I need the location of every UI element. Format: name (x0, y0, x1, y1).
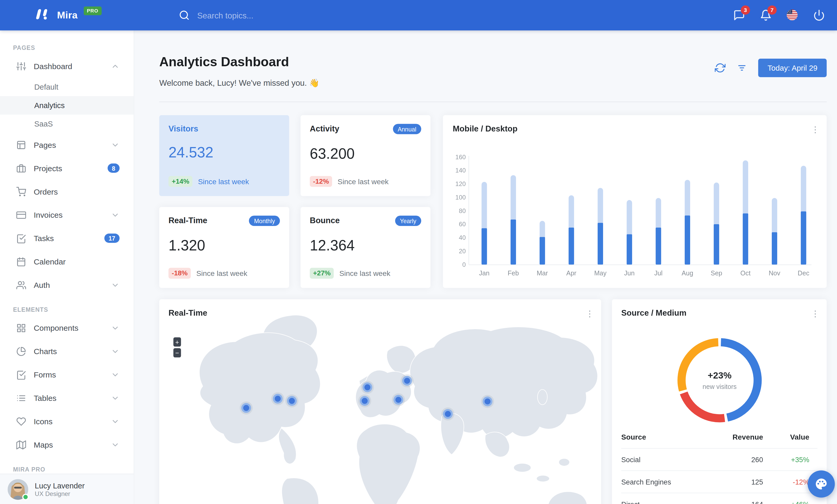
language-button[interactable] (787, 10, 799, 21)
svg-text:Aug: Aug (681, 269, 693, 277)
source-table-row-direct: Direct164+46% (621, 492, 818, 504)
sidebar-item-dashboard[interactable]: Dashboard (0, 54, 133, 78)
brand[interactable]: Mira PRO (0, 7, 102, 23)
map-marker[interactable] (484, 398, 491, 405)
navbar-actions: 3 7 (733, 10, 837, 21)
stat-title: Real-Time (168, 216, 207, 225)
heart-icon (16, 416, 26, 426)
header-divider (159, 101, 827, 102)
source-table-header: SourceRevenueValue (621, 426, 818, 448)
svg-text:20: 20 (459, 247, 466, 255)
stat-title: Bounce (310, 216, 340, 225)
stat-title: Activity (310, 124, 339, 133)
donut-card-title: Source / Medium (621, 308, 687, 317)
sidebar-item-auth[interactable]: Auth (0, 273, 133, 297)
pro-badge: PRO (84, 6, 102, 15)
sidebar-item-projects[interactable]: Projects8 (0, 156, 133, 180)
map-marker[interactable] (395, 397, 401, 403)
map-marker[interactable] (361, 398, 368, 404)
logout-button[interactable] (813, 10, 825, 21)
map-zoom-in-button[interactable]: + (173, 337, 181, 347)
briefcase-icon (16, 163, 26, 173)
svg-text:120: 120 (456, 180, 466, 187)
sidebar-item-tasks[interactable]: Tasks17 (0, 226, 133, 250)
sidebar-item-tables[interactable]: Tables (0, 386, 133, 410)
map-zoom-out-button[interactable]: − (173, 348, 181, 357)
sidebar-user[interactable]: Lucy Lavender UX Designer (0, 473, 133, 504)
chart-card-title: Mobile / Desktop (453, 124, 518, 133)
messages-button[interactable]: 3 (733, 10, 745, 21)
stat-value: 24.532 (168, 145, 280, 161)
page-subtitle: Welcome back, Lucy! We've missed you. 👋 (159, 78, 319, 88)
svg-text:40: 40 (459, 234, 466, 241)
mobile-desktop-bar-chart: 020406080100120140160JanFebMarAprMayJunJ… (448, 146, 821, 281)
svg-text:Jan: Jan (479, 269, 489, 277)
sidebar-item-invoices[interactable]: Invoices (0, 203, 133, 226)
notifications-button[interactable]: 7 (760, 10, 772, 21)
messages-badge: 3 (741, 5, 750, 15)
sidebar-subitem-analytics[interactable]: Analytics (0, 96, 133, 115)
svg-text:May: May (594, 269, 607, 277)
stat-period-pill[interactable]: Yearly (395, 216, 421, 226)
donut-card-menu-button[interactable] (811, 309, 820, 319)
mobile-desktop-card: Mobile / Desktop 020406080100120140160Ja… (443, 115, 826, 288)
refresh-icon (715, 62, 726, 73)
brand-name: Mira (57, 10, 78, 21)
map-marker[interactable] (445, 411, 451, 417)
chevron-up-icon (111, 61, 120, 70)
svg-text:Jun: Jun (624, 269, 635, 277)
search-input[interactable] (197, 11, 349, 20)
sidebar-section-title-mira-pro: MIRA PRO (0, 466, 133, 472)
date-range-button[interactable]: Today: April 29 (758, 59, 826, 77)
sidebar-item-charts[interactable]: Charts (0, 339, 133, 363)
grid-icon (16, 323, 26, 333)
avatar (7, 479, 28, 499)
map-marker[interactable] (404, 378, 410, 384)
chart-card-menu-button[interactable] (811, 125, 820, 135)
sidebar-item-calendar[interactable]: Calendar (0, 250, 133, 273)
sidebar-subitem-default[interactable]: Default (0, 78, 133, 96)
stat-period-pill[interactable]: Monthly (249, 216, 280, 226)
chevron-down-icon (111, 394, 120, 402)
stat-value: 63.200 (310, 146, 421, 162)
map-marker[interactable] (243, 405, 249, 411)
filter-icon (736, 62, 747, 73)
sidebar-subitem-saas[interactable]: SaaS (0, 115, 133, 133)
sidebar-item-pages[interactable]: Pages (0, 133, 133, 156)
svg-text:Oct: Oct (740, 269, 750, 277)
sidebar-item-maps[interactable]: Maps (0, 433, 133, 456)
world-map[interactable] (159, 299, 601, 504)
palette-icon (815, 478, 827, 490)
user-role: UX Designer (35, 491, 85, 497)
map-marker[interactable] (289, 398, 295, 404)
chevron-down-icon (111, 417, 120, 426)
sidebar-section-title-pages: PAGES (0, 44, 133, 51)
sidebar-item-orders[interactable]: Orders (0, 180, 133, 203)
source-table: SourceRevenueValueSocial260+35%Search En… (621, 426, 818, 504)
svg-text:0: 0 (462, 261, 466, 268)
online-status-dot (22, 493, 29, 500)
stat-value: 1.320 (168, 238, 280, 254)
layout-icon (16, 140, 26, 150)
check-square-icon (16, 233, 26, 243)
mira-analytics-dashboard: Mira PRO 3 7 (0, 0, 837, 504)
stat-card-visitors: Visitors24.532+14%Since last week (159, 115, 289, 196)
check-square-icon (16, 370, 26, 379)
svg-text:Dec: Dec (798, 269, 809, 277)
stat-title: Visitors (168, 124, 198, 133)
filter-button[interactable] (736, 62, 747, 73)
sidebar-item-components[interactable]: Components (0, 316, 133, 339)
sidebar-item-icons[interactable]: Icons (0, 410, 133, 433)
sidebar-item-forms[interactable]: Forms (0, 363, 133, 386)
list-icon (16, 393, 26, 403)
svg-text:Apr: Apr (566, 269, 576, 277)
chevron-down-icon (111, 347, 120, 355)
map-marker[interactable] (275, 396, 281, 402)
refresh-button[interactable] (715, 62, 726, 73)
map-marker[interactable] (364, 384, 370, 390)
stat-period-pill[interactable]: Annual (393, 124, 421, 134)
theme-settings-fab[interactable] (808, 470, 835, 498)
mira-logo-icon (35, 7, 51, 23)
notifications-badge: 7 (767, 5, 777, 15)
svg-text:80: 80 (459, 207, 466, 214)
